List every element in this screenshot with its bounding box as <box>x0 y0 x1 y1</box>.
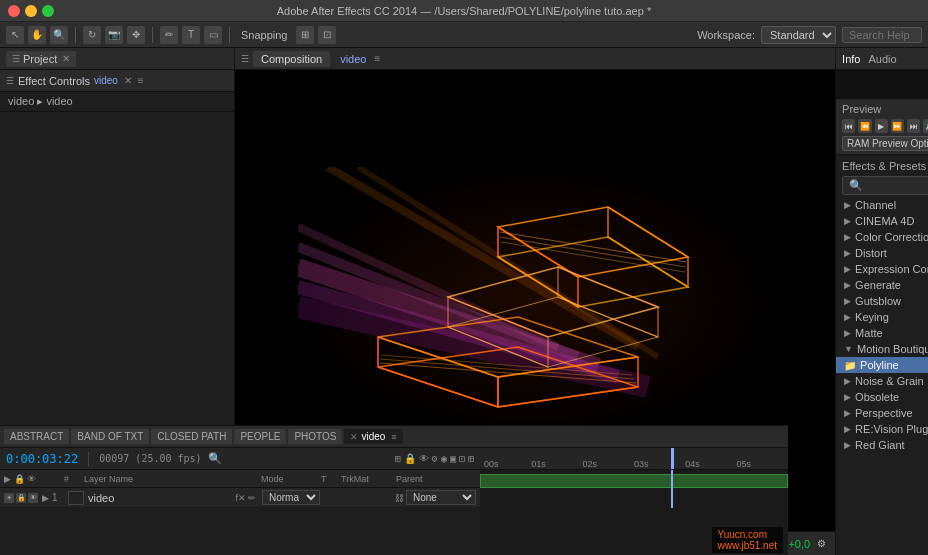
hand-tool[interactable]: ✋ <box>28 26 46 44</box>
comp-video-tab[interactable]: video <box>340 53 366 65</box>
snap-icon2[interactable]: ⊡ <box>318 26 336 44</box>
timeline-ctrl5[interactable]: ◉ <box>441 453 447 464</box>
layer-name-label[interactable]: video <box>88 492 235 504</box>
sep1 <box>75 27 76 43</box>
timeline-ctrl8[interactable]: ⊞ <box>468 453 474 464</box>
video-tab-close[interactable]: ✕ <box>350 432 358 442</box>
search-icon: 🔍 <box>849 179 863 192</box>
audio-btn[interactable]: 🔊 <box>923 119 928 133</box>
red-giant-arrow: ▶ <box>844 440 851 450</box>
timeline-ctrl1[interactable]: ⊞ <box>395 453 401 464</box>
comp-menu-icon[interactable]: ≡ <box>374 53 380 64</box>
project-tab[interactable]: ☰ Project ✕ <box>6 51 76 67</box>
prev-frame-btn[interactable]: ⏪ <box>858 119 871 133</box>
timeline-timecode[interactable]: 0:00:03:22 <box>6 452 78 466</box>
rotate-tool[interactable]: ↻ <box>83 26 101 44</box>
effect-controls-menu[interactable]: ≡ <box>138 75 144 86</box>
snap-toggle[interactable]: ⊞ <box>296 26 314 44</box>
paint-icon[interactable]: ✏ <box>248 493 256 503</box>
project-tab-close[interactable]: ✕ <box>62 53 70 64</box>
category-motion-boutique[interactable]: ▼ Motion Boutique <box>836 341 928 357</box>
category-revision-plugins[interactable]: ▶ RE:Vision Plug-ins <box>836 421 928 437</box>
abstract-tab-label: ABSTRACT <box>10 431 63 442</box>
timeline-ctrl2[interactable]: 🔒 <box>404 453 416 464</box>
timeline-tab-closed-path[interactable]: CLOSED PATH <box>151 429 232 444</box>
red-giant-label: Red Giant <box>855 439 905 451</box>
t-header: T <box>321 474 327 484</box>
category-color-correction[interactable]: ▶ Color Correction <box>836 229 928 245</box>
pen-tool[interactable]: ✏ <box>160 26 178 44</box>
zoom-tool[interactable]: 🔍 <box>50 26 68 44</box>
layer-fx-icons: f✕ ✏ <box>235 493 256 503</box>
noise-grain-arrow: ▶ <box>844 376 851 386</box>
timeline-tab-band-of-txt[interactable]: BAND OF TXT <box>71 429 149 444</box>
right-panel: Info Audio ≡ V: -363 Preview ≡ ⏮ ⏪ ▶ ⏩ ⏭… <box>835 48 928 555</box>
fx-icon[interactable]: f✕ <box>235 493 246 503</box>
obsolete-label: Obsolete <box>855 391 899 403</box>
menu-bar: Adobe After Effects CC 2014 — /Users/Sha… <box>0 0 928 22</box>
timeline-tabs: ABSTRACT BAND OF TXT CLOSED PATH PEOPLE … <box>0 426 788 448</box>
category-expression-controls[interactable]: ▶ Expression Controls <box>836 261 928 277</box>
timeline-ctrl4[interactable]: ⚙ <box>432 453 438 464</box>
layer-parent-select[interactable]: None <box>406 490 476 505</box>
timeline-ctrl7[interactable]: ⊡ <box>459 453 465 464</box>
arrow-tool[interactable]: ↖ <box>6 26 24 44</box>
playhead[interactable] <box>671 448 673 469</box>
timeline-ruler[interactable]: 00s 01s 02s 03s 04s 05s <box>480 448 788 470</box>
category-matte[interactable]: ▶ Matte <box>836 325 928 341</box>
shape-tool[interactable]: ▭ <box>204 26 222 44</box>
polyline-folder-icon: 📁 <box>844 360 856 371</box>
category-cinema4d[interactable]: ▶ CINEMA 4D <box>836 213 928 229</box>
category-obsolete[interactable]: ▶ Obsolete <box>836 389 928 405</box>
video-track-green[interactable] <box>480 474 788 488</box>
text-tool[interactable]: T <box>182 26 200 44</box>
video-tab-menu[interactable]: ≡ <box>391 432 396 442</box>
layer-mode-select[interactable]: Norma Screen Multiply <box>262 490 320 505</box>
mac-window-controls[interactable] <box>8 5 54 17</box>
category-polyline[interactable]: 📁 Polyline <box>836 357 928 373</box>
controls-header: ▶ 🔒 👁 <box>4 474 36 484</box>
last-frame-btn[interactable]: ⏭ <box>907 119 920 133</box>
next-frame-btn[interactable]: ⏩ <box>891 119 904 133</box>
category-channel[interactable]: ▶ Channel <box>836 197 928 213</box>
category-perspective[interactable]: ▶ Perspective <box>836 405 928 421</box>
camera-tool[interactable]: 📷 <box>105 26 123 44</box>
layer-lock-btn[interactable]: 🔒 <box>16 493 26 503</box>
timeline-ctrl6[interactable]: ▣ <box>450 453 456 464</box>
maximize-button[interactable] <box>42 5 54 17</box>
obsolete-arrow: ▶ <box>844 392 851 402</box>
category-distort[interactable]: ▶ Distort <box>836 245 928 261</box>
timeline-tab-photos[interactable]: PHOTOS <box>288 429 342 444</box>
comp-settings[interactable]: ⚙ <box>814 538 829 549</box>
photos-tab-label: PHOTOS <box>294 431 336 442</box>
play-btn[interactable]: ▶ <box>875 119 888 133</box>
first-frame-btn[interactable]: ⏮ <box>842 119 855 133</box>
layer-search-icon[interactable]: 🔍 <box>208 452 222 465</box>
category-red-giant[interactable]: ▶ Red Giant <box>836 437 928 453</box>
effect-controls-close[interactable]: ✕ <box>124 75 132 86</box>
num-header: # <box>64 474 69 484</box>
timeline-tab-people[interactable]: PEOPLE <box>234 429 286 444</box>
layer-visible-btn[interactable]: 👁 <box>28 493 38 503</box>
layer-expand-arrow[interactable]: ▶ <box>42 493 49 503</box>
layer-solo-btn[interactable]: ☀ <box>4 493 14 503</box>
effect-controls-title: Effect Controls <box>18 75 90 87</box>
workspace-selector[interactable]: Standard <box>761 26 836 44</box>
timeline-ctrl3[interactable]: 👁 <box>419 453 429 464</box>
pan-tool[interactable]: ✥ <box>127 26 145 44</box>
category-keying[interactable]: ▶ Keying <box>836 309 928 325</box>
search-input[interactable] <box>842 27 922 43</box>
timeline-tab-abstract[interactable]: ABSTRACT <box>4 429 69 444</box>
close-button[interactable] <box>8 5 20 17</box>
info-tab[interactable]: Info <box>842 53 860 65</box>
composition-tab[interactable]: Composition <box>253 51 330 67</box>
minimize-button[interactable] <box>25 5 37 17</box>
audio-tab[interactable]: Audio <box>868 53 896 65</box>
category-noise-grain[interactable]: ▶ Noise & Grain <box>836 373 928 389</box>
effects-search-box[interactable]: 🔍 <box>842 176 928 195</box>
timeline-tab-video[interactable]: ✕ video ≡ <box>344 429 402 444</box>
ram-preview-button[interactable]: RAM Preview Options ▼ <box>842 136 928 151</box>
category-gutsblow[interactable]: ▶ Gutsblow <box>836 293 928 309</box>
category-generate[interactable]: ▶ Generate <box>836 277 928 293</box>
distort-label: Distort <box>855 247 887 259</box>
